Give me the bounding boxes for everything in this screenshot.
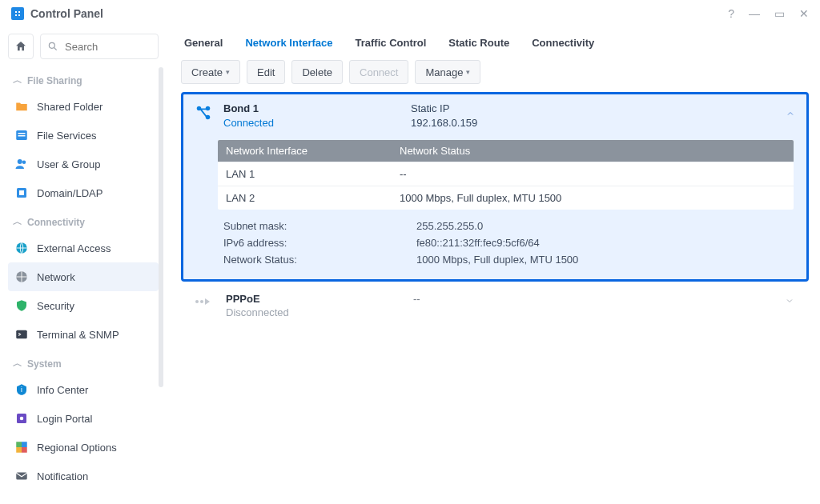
folder-icon (14, 99, 29, 114)
close-button[interactable]: ✕ (799, 7, 809, 20)
create-button[interactable]: Create▾ (181, 60, 240, 84)
svg-rect-3 (15, 14, 17, 16)
tab-general[interactable]: General (184, 32, 223, 57)
svg-rect-22 (16, 447, 22, 453)
network-icon (14, 270, 29, 284)
chevron-up-icon: ︿ (13, 74, 22, 87)
sidebar-item-user-group[interactable]: User & Group (8, 150, 159, 178)
sidebar-item-regional-options[interactable]: Regional Options (8, 433, 159, 462)
sidebar-item-shared-folder[interactable]: Shared Folder (8, 92, 159, 121)
bond-status: Connected (223, 117, 411, 129)
bond-icon (195, 104, 212, 122)
bond-ip: 192.168.0.159 (411, 117, 477, 129)
sidebar-item-label: User & Group (37, 158, 100, 170)
svg-rect-0 (14, 10, 22, 18)
sidebar-item-label: Login Portal (37, 413, 92, 425)
sidebar-item-domain-ldap[interactable]: Domain/LDAP (8, 178, 159, 207)
sidebar-scrollbar[interactable] (159, 67, 163, 387)
svg-point-28 (195, 300, 199, 303)
sidebar-item-notification[interactable]: Notification (8, 462, 159, 490)
tab-network-interface[interactable]: Network Interface (245, 32, 332, 57)
bond-name: Bond 1 (223, 102, 411, 114)
svg-point-10 (18, 159, 22, 164)
search-input-wrap[interactable] (40, 34, 159, 59)
svg-rect-23 (22, 447, 27, 453)
help-button[interactable]: ? (728, 7, 734, 20)
terminal-icon (14, 327, 29, 342)
svg-point-11 (22, 161, 26, 165)
manage-button[interactable]: Manage▾ (415, 60, 480, 84)
caret-down-icon: ▾ (466, 68, 470, 76)
cell-status: 1000 Mbps, Full duplex, MTU 1500 (400, 192, 561, 204)
svg-line-6 (54, 48, 57, 50)
sidebar-item-login-portal[interactable]: Login Portal (8, 404, 159, 433)
bond-details: Subnet mask:255.255.255.0 IPv6 address:f… (223, 218, 794, 268)
detail-label: IPv6 address: (223, 237, 416, 249)
sidebar-item-network[interactable]: Network (8, 262, 159, 291)
sidebar-item-label: Terminal & SNMP (37, 329, 119, 341)
svg-rect-1 (15, 11, 17, 13)
section-connectivity[interactable]: ︿ Connectivity (8, 207, 159, 234)
minimize-button[interactable]: — (749, 7, 760, 20)
pppoe-value: -- (413, 293, 420, 305)
tab-connectivity[interactable]: Connectivity (532, 32, 594, 57)
sidebar: ︿ File Sharing Shared Folder File Servic… (0, 27, 165, 504)
interface-table: Network Interface Network Status LAN 1 -… (218, 140, 794, 210)
search-icon (47, 41, 58, 52)
main-panel: General Network Interface Traffic Contro… (165, 27, 820, 504)
sidebar-item-terminal-snmp[interactable]: Terminal & SNMP (8, 320, 159, 349)
sidebar-item-info-center[interactable]: i Info Center (8, 375, 159, 404)
sidebar-item-label: External Access (37, 242, 111, 254)
tab-traffic-control[interactable]: Traffic Control (356, 32, 427, 57)
users-icon (14, 157, 29, 171)
delete-button[interactable]: Delete (291, 60, 343, 84)
pppoe-icon (194, 293, 221, 309)
svg-rect-16 (16, 330, 27, 339)
tab-static-route[interactable]: Static Route (448, 32, 509, 57)
detail-value: 255.255.255.0 (416, 220, 483, 232)
sidebar-item-label: Security (37, 300, 74, 312)
sidebar-item-file-services[interactable]: File Services (8, 121, 159, 150)
table-row[interactable]: LAN 2 1000 Mbps, Full duplex, MTU 1500 (218, 186, 794, 210)
window-title: Control Panel (30, 7, 103, 20)
cell-status: -- (400, 168, 407, 180)
expand-button[interactable] (785, 296, 794, 306)
col-header-status: Network Status (400, 145, 470, 157)
chevron-up-icon: ︿ (13, 215, 22, 229)
sidebar-item-external-access[interactable]: External Access (8, 234, 159, 262)
svg-rect-8 (18, 133, 26, 134)
sidebar-item-label: Info Center (37, 384, 88, 396)
caret-down-icon: ▾ (226, 68, 230, 76)
pppoe-name: PPPoE (226, 293, 413, 305)
table-row[interactable]: LAN 1 -- (218, 162, 794, 186)
section-system[interactable]: ︿ System (8, 349, 159, 375)
sidebar-item-security[interactable]: Security (8, 291, 159, 320)
sidebar-item-label: File Services (37, 130, 96, 142)
svg-rect-13 (19, 190, 24, 195)
edit-button[interactable]: Edit (247, 60, 285, 84)
connect-button: Connect (349, 60, 408, 84)
info-icon: i (14, 382, 29, 397)
cell-interface: LAN 1 (226, 168, 400, 180)
search-input[interactable] (63, 40, 151, 54)
regional-icon (14, 440, 29, 454)
shield-icon (14, 298, 29, 313)
svg-rect-9 (18, 135, 26, 137)
detail-value: 1000 Mbps, Full duplex, MTU 1500 (416, 254, 578, 266)
notification-icon (14, 469, 29, 483)
home-button[interactable] (8, 34, 34, 59)
section-label: System (27, 358, 62, 370)
portal-icon (14, 411, 29, 426)
svg-rect-21 (22, 442, 27, 447)
collapse-button[interactable] (786, 109, 795, 118)
maximize-button[interactable]: ▭ (774, 7, 785, 20)
titlebar: Control Panel ? — ▭ ✕ (0, 0, 820, 27)
globe-icon (14, 241, 29, 255)
tabs: General Network Interface Traffic Contro… (181, 27, 809, 57)
section-file-sharing[interactable]: ︿ File Sharing (8, 66, 159, 92)
pppoe-row[interactable]: PPPoE Disconnected -- (181, 282, 809, 330)
bond-card[interactable]: Bond 1 Connected Static IP 192.168.0.159… (181, 92, 809, 282)
detail-label: Subnet mask: (223, 220, 416, 232)
detail-label: Network Status: (223, 254, 416, 266)
domain-icon (14, 186, 29, 200)
